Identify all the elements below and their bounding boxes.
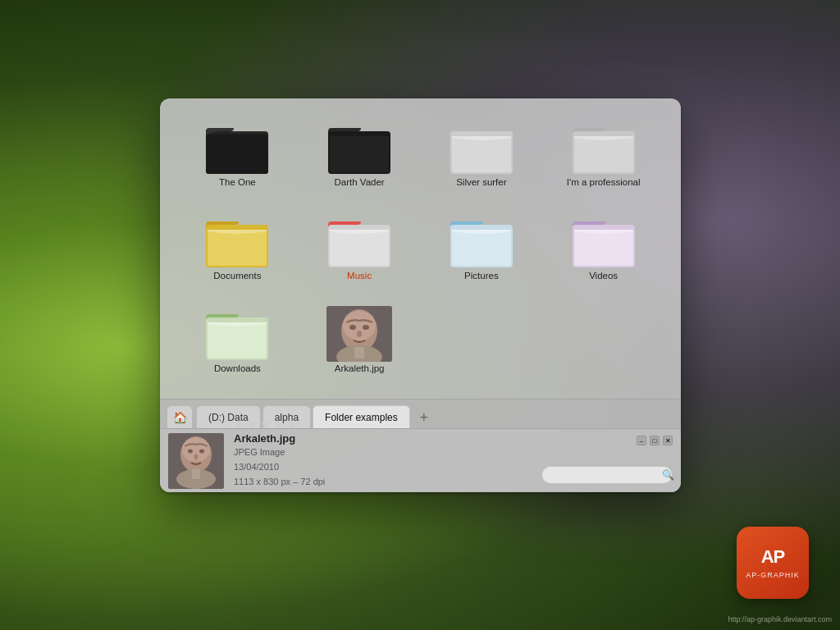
folder-item-documents[interactable]: Documents	[192, 208, 282, 285]
window-controls: – □ ✕	[637, 436, 673, 445]
folder-item-arkaleth[interactable]: Arkaleth.jpg	[314, 301, 404, 378]
watermark: http://ap-graphik.deviantart.com	[728, 615, 832, 623]
tab-home[interactable]: 🏠	[167, 405, 193, 428]
ap-logo: AP	[761, 546, 785, 568]
star-2[interactable]: ★	[247, 418, 258, 431]
folder-label-arkaleth: Arkaleth.jpg	[335, 363, 385, 373]
svg-point-7	[349, 325, 356, 330]
folder-icon-darth-vader	[326, 120, 392, 176]
image-thumbnail-arkaleth	[326, 306, 392, 362]
selected-file-type: JPEG Image	[234, 445, 673, 460]
star-1[interactable]: ★	[234, 418, 244, 431]
folder-icon-pictures	[449, 213, 514, 269]
selected-file-name: Arkaleth.jpg	[234, 432, 673, 445]
folder-item-pictures[interactable]: Pictures	[436, 208, 527, 285]
folder-item-music[interactable]: Music	[314, 208, 404, 285]
folder-item-the-one[interactable]: The One	[192, 115, 282, 192]
folder-icon-music	[326, 213, 392, 269]
folder-icon-videos	[571, 213, 637, 269]
svg-point-16	[199, 449, 204, 453]
file-manager-window: The One Darth Vader Silver surfer	[160, 98, 681, 492]
folder-item-im-a-professional[interactable]: I'm a professional	[559, 115, 649, 192]
folder-label-music: Music	[347, 271, 372, 281]
svg-rect-11	[354, 347, 364, 358]
svg-point-17	[194, 454, 199, 459]
folder-grid: The One Darth Vader Silver surfer	[160, 98, 681, 399]
folder-item-darth-vader[interactable]: Darth Vader	[314, 115, 404, 192]
star-3[interactable]: ★	[260, 418, 271, 431]
search-icon: 🔍	[662, 469, 674, 481]
folder-icon-im-a-professional	[571, 120, 637, 176]
folder-icon-the-one	[204, 120, 270, 176]
maximize-button[interactable]: □	[650, 436, 660, 445]
folder-label-downloads: Downloads	[214, 363, 261, 373]
folder-label-darth-vader: Darth Vader	[335, 177, 385, 187]
svg-point-8	[363, 325, 369, 330]
star-4[interactable]: ★	[273, 418, 284, 431]
folder-label-documents: Documents	[213, 271, 261, 281]
minimize-button[interactable]: –	[637, 436, 646, 445]
folder-label-silver-surfer: Silver surfer	[456, 177, 506, 187]
search-input[interactable]	[549, 470, 662, 480]
svg-point-15	[188, 449, 193, 453]
folder-item-silver-surfer[interactable]: Silver surfer	[436, 115, 527, 192]
ap-name: AP-GRAPHIK	[746, 571, 800, 579]
ap-graphik-badge[interactable]: AP AP-GRAPHIK	[737, 527, 809, 599]
folder-item-videos[interactable]: Videos	[559, 208, 649, 285]
folder-item-downloads[interactable]: Downloads	[192, 301, 282, 378]
folder-icon-documents	[204, 213, 270, 269]
folder-icon-downloads	[204, 306, 270, 362]
folder-label-the-one: The One	[219, 177, 256, 187]
folder-label-im-a-professional: I'm a professional	[567, 177, 641, 187]
star-5[interactable]: ★	[286, 418, 297, 431]
selected-file-thumbnail	[168, 433, 224, 489]
close-button[interactable]: ✕	[663, 436, 673, 445]
folder-label-videos: Videos	[589, 271, 618, 281]
folder-label-pictures: Pictures	[464, 271, 499, 281]
svg-rect-19	[192, 469, 200, 479]
search-box[interactable]: 🔍	[541, 466, 673, 484]
selected-file-size: 473 KB	[234, 489, 673, 492]
star-rating: ★ ★ ★ ★ ★	[234, 418, 673, 431]
info-bar: – □ ✕ ★ ★ ★ ★ ★	[160, 428, 681, 492]
folder-icon-silver-surfer	[449, 120, 514, 176]
svg-point-9	[357, 331, 362, 337]
